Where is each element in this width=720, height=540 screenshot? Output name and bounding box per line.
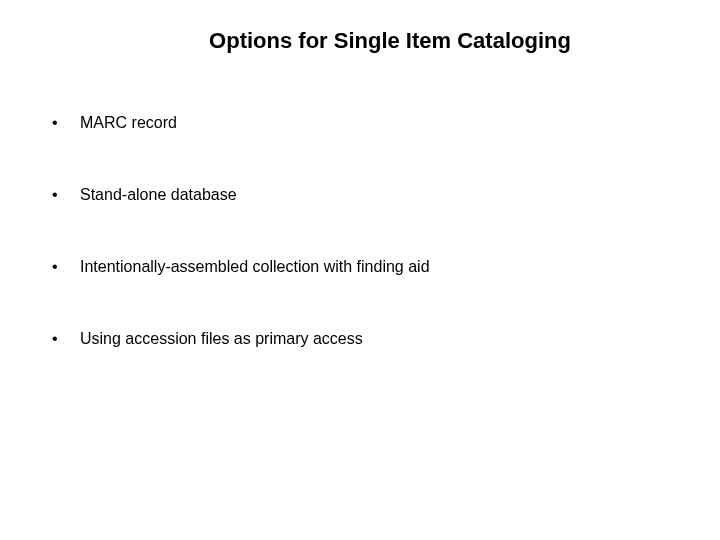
list-item: • MARC record [50, 114, 670, 132]
bullet-icon: • [50, 330, 80, 348]
bullet-icon: • [50, 114, 80, 132]
bullet-list: • MARC record • Stand-alone database • I… [50, 114, 670, 348]
list-item: • Using accession files as primary acces… [50, 330, 670, 348]
bullet-text: Intentionally-assembled collection with … [80, 258, 670, 276]
bullet-icon: • [50, 186, 80, 204]
slide-title: Options for Single Item Cataloging [110, 28, 670, 54]
bullet-text: Using accession files as primary access [80, 330, 670, 348]
bullet-icon: • [50, 258, 80, 276]
slide: Options for Single Item Cataloging • MAR… [0, 0, 720, 540]
list-item: • Stand-alone database [50, 186, 670, 204]
list-item: • Intentionally-assembled collection wit… [50, 258, 670, 276]
bullet-text: Stand-alone database [80, 186, 670, 204]
bullet-text: MARC record [80, 114, 670, 132]
